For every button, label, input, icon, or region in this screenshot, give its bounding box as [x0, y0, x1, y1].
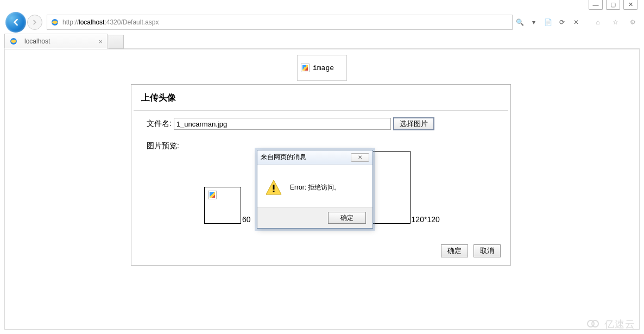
dialog-footer: 确定: [257, 207, 372, 228]
thumb-60-label: 60: [242, 215, 251, 224]
nav-back-button[interactable]: [5, 12, 26, 33]
broken-image-icon: [301, 64, 310, 72]
ie-icon: [50, 18, 59, 27]
preview-label: 图片预览:: [147, 139, 179, 151]
image-placeholder: image: [297, 55, 347, 81]
image-placeholder-label: image: [313, 64, 334, 72]
watermark-icon: [587, 320, 601, 329]
svg-rect-4: [273, 191, 275, 192]
card-title: 上传头像: [131, 85, 510, 110]
dialog-message: Error: 拒绝访问。: [290, 183, 340, 192]
card-ok-button[interactable]: 确定: [441, 244, 468, 257]
search-dropdown-icon[interactable]: ▾: [529, 17, 539, 27]
stop-icon[interactable]: ✕: [571, 17, 581, 27]
card-cancel-button[interactable]: 取消: [473, 244, 501, 257]
dialog-body: Error: 拒绝访问。: [257, 165, 372, 207]
tab-bar: localhost ×: [4, 33, 640, 49]
arrow-right-icon: [31, 18, 39, 26]
preview-row: 图片预览:: [131, 137, 510, 151]
tab-localhost[interactable]: localhost ×: [4, 34, 108, 49]
favorites-icon[interactable]: ☆: [609, 16, 621, 28]
compat-view-icon[interactable]: 📄: [543, 17, 553, 27]
tab-close-icon[interactable]: ×: [98, 37, 103, 46]
dialog-title-text: 来自网页的消息: [261, 153, 306, 162]
arrow-left-icon: [10, 17, 21, 28]
broken-image-icon: [208, 191, 217, 199]
ie-icon: [9, 37, 18, 46]
warning-icon: [265, 179, 282, 196]
thumb-60: [204, 187, 241, 224]
card-footer: 确定 取消: [131, 224, 510, 265]
address-bar[interactable]: http://localhost:4320/Default.aspx: [47, 15, 513, 30]
home-icon[interactable]: ⌂: [592, 16, 604, 28]
url-text: http://localhost:4320/Default.aspx: [62, 18, 159, 26]
filename-label: 文件名:: [147, 119, 172, 129]
thumb-120-label: 120*120: [412, 215, 440, 224]
address-bar-tools: 🔍 ▾ 📄 ⟳ ✕: [515, 17, 581, 27]
new-tab-button[interactable]: [109, 35, 124, 49]
choose-image-button[interactable]: 选择图片: [393, 117, 434, 130]
dialog-close-button[interactable]: ✕: [351, 153, 369, 162]
browser-right-toolbar: ⌂ ☆ ⚙: [586, 16, 639, 28]
window-maximize-button[interactable]: ▢: [606, 0, 620, 10]
search-icon[interactable]: 🔍: [515, 17, 525, 27]
watermark: 亿速云: [587, 318, 635, 331]
watermark-text: 亿速云: [604, 318, 635, 331]
window-controls: — ▢ ✕: [589, 0, 637, 10]
svg-rect-3: [273, 185, 275, 190]
tab-title: localhost: [24, 37, 50, 45]
gear-icon[interactable]: ⚙: [627, 16, 639, 28]
thumb-60-wrap: 60: [190, 175, 251, 224]
filename-row: 文件名: 选择图片: [131, 111, 510, 137]
alert-dialog: 来自网页的消息 ✕ Error: 拒绝访问。 确定: [257, 150, 373, 229]
browser-toolbar: http://localhost:4320/Default.aspx 🔍 ▾ 📄…: [0, 12, 644, 33]
window-minimize-button[interactable]: —: [589, 0, 603, 10]
dialog-titlebar[interactable]: 来自网页的消息 ✕: [257, 150, 372, 165]
dialog-ok-button[interactable]: 确定: [328, 212, 366, 224]
refresh-icon[interactable]: ⟳: [557, 17, 567, 27]
filename-input[interactable]: [174, 118, 391, 130]
nav-forward-button[interactable]: [27, 15, 42, 30]
window-close-button[interactable]: ✕: [623, 0, 637, 10]
